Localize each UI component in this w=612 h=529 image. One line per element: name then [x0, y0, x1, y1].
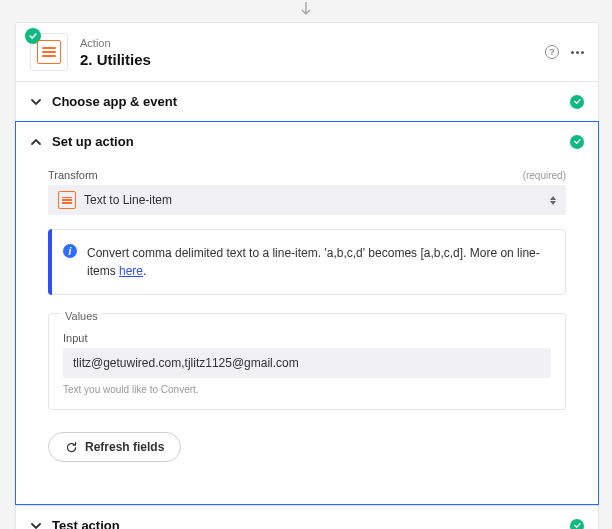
refresh-label: Refresh fields	[85, 440, 164, 454]
transform-select-icon	[58, 191, 76, 209]
action-card: Action 2. Utilities ? Choose app & event…	[15, 22, 599, 529]
input-hint: Text you would like to Convert.	[63, 384, 551, 395]
app-icon	[30, 33, 68, 71]
header-label: Action	[80, 37, 545, 49]
section-header-choose[interactable]: Choose app & event	[16, 82, 598, 121]
input-label: Input	[63, 332, 551, 344]
section-choose-app-event: Choose app & event	[16, 81, 598, 121]
info-message: i Convert comma delimited text to a line…	[48, 229, 566, 295]
section-header-test[interactable]: Test action	[16, 506, 598, 529]
section-status-check-icon	[570, 135, 584, 149]
chevron-down-icon	[30, 520, 42, 530]
values-fieldset: Values Input tlitz@getuwired.com,tjlitz1…	[48, 313, 566, 410]
select-arrows-icon	[550, 196, 556, 205]
section-test-action: Test action	[16, 505, 598, 529]
section-title: Choose app & event	[52, 94, 570, 109]
transform-select[interactable]: Text to Line-item	[48, 185, 566, 215]
section-status-check-icon	[570, 95, 584, 109]
section-setup-action: Set up action Transform (required) Text …	[15, 121, 599, 505]
section-status-check-icon	[570, 519, 584, 530]
section-header-setup[interactable]: Set up action	[16, 122, 598, 161]
utilities-icon	[37, 40, 61, 64]
transform-required: (required)	[523, 170, 566, 181]
info-link[interactable]: here	[119, 264, 143, 278]
section-title: Test action	[52, 518, 570, 529]
card-header: Action 2. Utilities ?	[16, 23, 598, 81]
input-field[interactable]: tlitz@getuwired.com,tjlitz1125@gmail.com	[63, 348, 551, 378]
help-icon[interactable]: ?	[545, 45, 559, 59]
chevron-up-icon	[30, 136, 42, 148]
flow-arrow-down-icon	[300, 2, 312, 22]
info-text: Convert comma delimited text to a line-i…	[87, 246, 540, 278]
refresh-fields-button[interactable]: Refresh fields	[48, 432, 181, 462]
transform-selected-value: Text to Line-item	[84, 193, 172, 207]
more-menu-icon[interactable]	[571, 51, 584, 54]
section-body-setup: Transform (required) Text to Line-item i…	[16, 161, 598, 484]
chevron-down-icon	[30, 96, 42, 108]
section-title: Set up action	[52, 134, 570, 149]
transform-label: Transform	[48, 169, 98, 181]
values-legend: Values	[61, 310, 102, 322]
info-icon: i	[63, 244, 77, 258]
refresh-icon	[65, 441, 78, 454]
header-title: 2. Utilities	[80, 51, 545, 68]
